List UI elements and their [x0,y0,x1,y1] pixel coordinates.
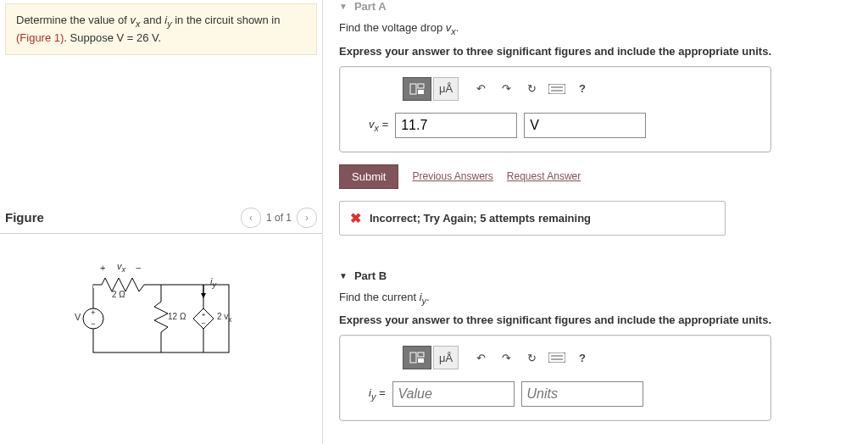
figure-header: Figure ‹ 1 of 1 › [0,208,322,234]
figure-pager-label: 1 of 1 [266,212,292,224]
part-b-value-row: iy = [369,381,759,407]
units-button[interactable]: μÅ [433,346,459,369]
prompt-text: Determine the value of [16,14,130,26]
part-a-lhs: vx = [369,118,388,133]
left-panel: Determine the value of vx and iy in the … [0,0,323,444]
request-answer-link[interactable]: Request Answer [507,170,581,182]
reset-icon[interactable]: ↻ [520,347,543,369]
undo-icon[interactable]: ↶ [469,347,492,369]
circuit-diagram: + − + − + vx − 2 Ω 12 Ω V iy 2 vx [76,268,246,369]
redo-icon[interactable]: ↷ [494,78,518,100]
previous-answers-link[interactable]: Previous Answers [412,170,492,182]
svg-rect-22 [418,352,424,357]
figure-prev-icon[interactable]: ‹ [241,208,261,228]
submit-button[interactable]: Submit [339,164,398,189]
problem-prompt: Determine the value of vx and iy in the … [5,3,317,55]
part-a-submit-row: Submit Previous Answers Request Answer [339,164,865,189]
figure-next-icon[interactable]: › [297,208,317,228]
part-b-express: Express your answer to three significant… [339,314,865,326]
figure-title: Figure [5,210,241,225]
feedback-text: Incorrect; Try Again; 5 attempts remaini… [370,212,591,225]
part-b-unit-input[interactable] [521,381,643,407]
units-button[interactable]: μÅ [433,77,459,101]
svg-text:+: + [202,311,206,319]
caret-down-icon: ▼ [339,271,348,280]
part-a-express: Express your answer to three significant… [339,45,865,58]
svg-rect-18 [548,84,565,94]
figure-link[interactable]: (Figure 1) [16,31,64,44]
part-a-find: Find the voltage drop vx. [339,21,865,36]
svg-rect-24 [548,352,565,363]
redo-icon[interactable]: ↷ [494,347,518,369]
part-b-value-input[interactable] [392,381,515,407]
part-b-answer-box: μÅ ↶ ↷ ↻ ? iy = [339,335,771,421]
svg-rect-23 [418,358,424,363]
part-b-lhs: iy = [369,386,386,402]
part-a-label: Part A [354,0,387,13]
part-a-header[interactable]: ▼ Part A [339,0,865,13]
part-a-value-input[interactable] [395,113,517,138]
part-b-toolbar: μÅ ↶ ↷ ↻ ? [403,346,759,369]
svg-rect-17 [418,90,424,94]
part-a-answer-box: μÅ ↶ ↷ ↻ ? vx = [339,66,771,153]
svg-rect-16 [418,84,424,88]
help-icon[interactable]: ? [570,347,594,369]
undo-icon[interactable]: ↶ [469,78,492,100]
reset-icon[interactable]: ↻ [520,78,543,100]
svg-marker-14 [201,293,206,298]
right-panel: ▼ Part A Find the voltage drop vx. Expre… [339,0,868,444]
part-b-label: Part B [354,269,387,282]
feedback-box: ✖ Incorrect; Try Again; 5 attempts remai… [339,201,726,236]
x-icon: ✖ [350,210,361,226]
svg-text:+: + [91,308,95,317]
help-icon[interactable]: ? [570,78,594,100]
svg-text:−: − [202,319,206,327]
part-a-toolbar: μÅ ↶ ↷ ↻ ? [403,77,759,101]
part-a-unit-input[interactable] [524,113,646,138]
part-b-header[interactable]: ▼ Part B [339,269,865,282]
template-icon[interactable] [403,77,431,101]
svg-rect-21 [410,352,416,363]
caret-down-icon: ▼ [339,2,348,11]
svg-rect-15 [410,84,416,94]
svg-text:−: − [91,319,95,328]
keyboard-icon[interactable] [545,78,569,100]
figure-pager: ‹ 1 of 1 › [241,208,317,228]
part-b-find: Find the current iy. [339,291,865,306]
part-a-value-row: vx = [369,113,759,138]
keyboard-icon[interactable] [545,347,569,369]
template-icon[interactable] [403,346,431,369]
